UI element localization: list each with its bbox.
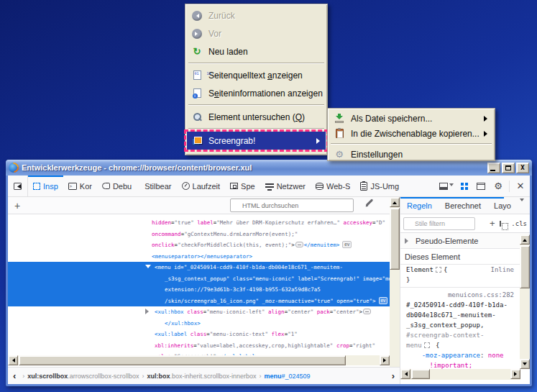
dom-icon [360,182,367,191]
event-badge[interactable]: ev [379,297,388,304]
tab-web-s[interactable]: Web-S [311,176,355,196]
settings-button[interactable]: ⚙ [490,178,506,195]
menu-item-in-die-zwischenablage-kopieren[interactable]: In die Zwischenablage kopieren... [329,126,493,141]
markup-line[interactable]: <menu id="_02450914-cdd9-410f-b1da-db004… [8,262,390,273]
menu-item-einstellungen[interactable]: ⚙Einstellungen [329,147,493,162]
sidebar-tab-layo[interactable]: Layo [487,201,518,210]
markup-line[interactable]: _s3sg_context_popup" class="menu-iconic"… [8,273,390,285]
menu-item-element-untersuchen-q[interactable]: Element untersuchen (Q) [187,108,326,126]
scrollbar-thumb[interactable] [19,355,346,365]
markup-horizontal-scrollbar[interactable] [8,355,390,365]
save-file-icon [335,114,344,123]
rule-location[interactable]: Inline [490,265,514,275]
rules-list: Element{Inline } menuicons.css:282 #_024… [400,265,530,373]
breadcrumb-scroll-left[interactable]: ‹ [9,370,19,381]
markup-line[interactable]: <menuseparator></menuseparator> [8,251,390,263]
menu-item-als-datei-speichern[interactable]: Als Datei speichern... [329,111,493,126]
markup-vertical-scrollbar[interactable] [390,197,400,377]
scrollbar-thumb[interactable] [411,369,430,379]
tab-laufzeit[interactable]: Laufzeit [177,176,226,196]
tab-netzwer[interactable]: Netzwer [260,176,311,196]
close-button[interactable]: X [516,163,529,173]
tab-stilbear[interactable]: Stilbear [137,176,176,196]
markup-line[interactable]: xbl:inherits="value=label,accesskey,crop… [8,340,390,352]
tab-label: Stilbear [144,182,171,191]
markup-line[interactable]: <xul:label class="menu-iconic-text" flex… [8,329,390,340]
sidebar-tab-berechnet[interactable]: Berechnet [439,201,487,210]
rule-source-link[interactable]: menuicons.css:282 [400,290,530,300]
menu-item-neu-laden[interactable]: ↻Neu laden [187,42,326,60]
tab-insp[interactable]: Insp [28,176,63,196]
event-badge[interactable]: ev [342,241,352,248]
pick-element-button[interactable] [8,176,28,196]
highlight-element-icon[interactable] [424,342,430,348]
minimize-button[interactable] [487,163,500,173]
grid-button[interactable] [456,178,472,195]
eyedropper-icon[interactable] [366,199,374,206]
class-toggle-button[interactable]: .cls [511,220,527,227]
collapsed-children-marker[interactable] [363,309,371,314]
markup-line[interactable]: onclick="checkForMiddleClick(this, event… [8,240,390,251]
highlight-element-icon[interactable] [436,267,441,273]
print-simulation-icon[interactable] [500,221,502,227]
breadcrumb-scroll-right[interactable]: › [388,370,398,381]
menu-item-screengrab[interactable]: Screengrab! [187,132,326,150]
menu-item-seitenquelltext-anzeigen[interactable]: Seitenquelltext anzeigen [187,66,326,84]
maximize-button[interactable] [502,163,515,173]
markup-line[interactable]: <xul:hbox class="menu-iconic-left" align… [8,306,390,318]
tab-js-umg[interactable]: JS-Umg [355,176,404,196]
collapsed-children-marker[interactable] [295,242,303,247]
scroll-right-button[interactable] [510,369,520,379]
markup-line[interactable]: </xul:hbox> [8,318,390,329]
breadcrumb-item-xul-box[interactable]: xul:box.box-inherit.scrollbox-innerbox [147,373,256,380]
copy-clipboard-icon [336,129,344,138]
desktop: Entwicklerwerkzeuge - chrome://browser/c… [0,0,537,392]
attribute-value: "center" [333,309,359,315]
dock-side-button[interactable] [439,178,454,195]
settings-gear-icon: ⚙ [335,150,344,159]
markup-line[interactable]: extension://79e3d61b-3c3f-4198-b955-632a… [8,284,390,296]
expand-arrow-icon[interactable] [145,309,152,314]
scroll-up-button[interactable] [520,234,530,245]
collapse-arrow-icon[interactable] [145,265,151,271]
window-titlebar[interactable]: Entwicklerwerkzeuge - chrome://browser/c… [6,160,532,176]
attribute-value: "menu-iconic-left" [206,309,265,315]
tab-debu[interactable]: Debu [97,176,137,196]
menu-item-vor[interactable]: Vor [187,24,326,42]
scroll-down-button[interactable] [520,359,530,369]
markup-line[interactable]: /skin/screengrab_16_icon.png" _moz-menua… [8,296,390,307]
scroll-left-button[interactable] [400,369,410,379]
breadcrumb-item-menu[interactable]: menu#_024509 [264,373,310,380]
scroll-right-button[interactable] [380,355,390,365]
style-filter-input[interactable] [403,217,475,230]
sidebar-tab-regeln[interactable]: Regeln [400,201,439,210]
selected-node[interactable]: <menu id="_02450914-cdd9-410f-b1da-db004… [8,262,390,306]
attribute-name: oncommand [152,231,181,237]
pseudo-elements-section[interactable]: Pseudo-Elemente [400,233,530,249]
scrollbar-thumb[interactable] [390,208,400,270]
this-element-section: Dieses Element [400,249,530,265]
scrollbar-thumb[interactable] [520,245,530,288]
markup-line[interactable]: hidden="true" label="Mehr über DRM-Kopie… [8,217,390,229]
rules-vertical-scrollbar[interactable] [520,234,530,369]
tab-kor[interactable]: Kor [63,176,97,196]
markup-line[interactable]: oncommand="gContextMenu.drmLearnMore(eve… [8,229,390,240]
rules-horizontal-scrollbar[interactable] [400,369,520,380]
element-rule-selector: Element{Inline [400,265,530,275]
add-node-button[interactable]: + [8,200,27,211]
menu-item-zurück[interactable]: Zurück [187,6,326,24]
attribute-value: "1" [288,331,298,337]
menu-item-seiteninformationen-anzeigen[interactable]: Seiteninformationen anzeigen [187,84,326,102]
breadcrumb-qualifier: .arrowscrollbox-scrollbox [68,373,139,380]
breadcrumb-item-xul-scrollbox[interactable]: xul:scrollbox.arrowscrollbox-scrollbox [27,373,139,380]
scroll-left-button[interactable] [8,355,18,365]
sidebar-tabs-overflow-button[interactable] [518,201,524,210]
separate-window-button[interactable] [473,178,489,195]
add-rule-button[interactable]: + [490,218,495,229]
close-devtools-button[interactable]: ✕ [513,178,528,195]
tab-spe[interactable]: Spe [225,176,260,196]
search-input[interactable] [230,199,354,212]
breadcrumb-qualifier: .box-inherit.scrollbox-innerbox [170,373,256,380]
rule-declaration[interactable]: -moz-appearance: none [400,350,530,360]
scroll-up-button[interactable] [390,197,400,207]
